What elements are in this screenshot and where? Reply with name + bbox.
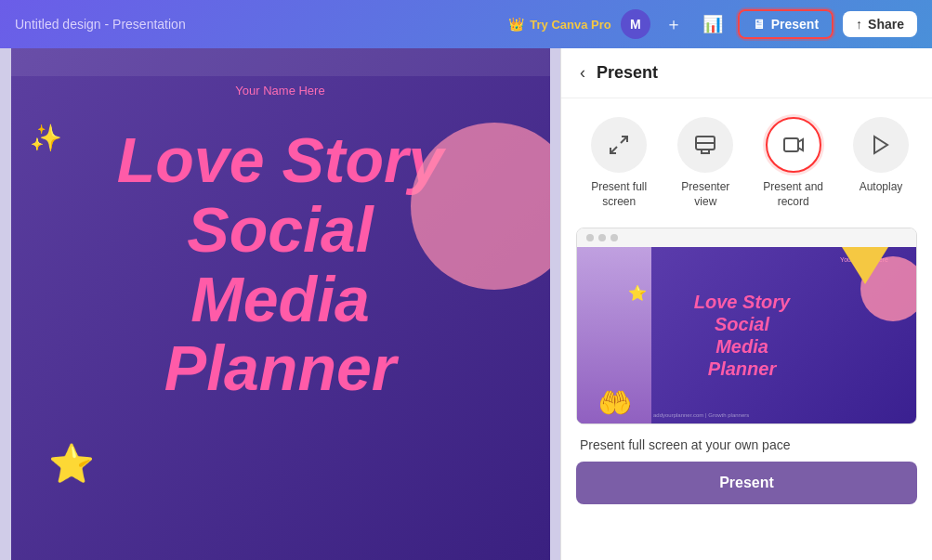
dot-1 bbox=[586, 234, 594, 241]
svg-marker-7 bbox=[874, 137, 887, 153]
dot-2 bbox=[598, 234, 606, 241]
canvas-area: Your Name Here Love Story Social Media P… bbox=[0, 48, 560, 560]
dot-3 bbox=[610, 234, 618, 241]
option-autoplay-label: Autoplay bbox=[860, 180, 903, 195]
panel-back-button[interactable]: ‹ bbox=[580, 63, 585, 83]
main-area: Your Name Here Love Story Social Media P… bbox=[0, 48, 932, 560]
option-record-label: Present and record bbox=[753, 180, 834, 209]
option-autoplay-icon bbox=[853, 117, 909, 173]
option-fullscreen-icon bbox=[591, 117, 647, 173]
panel-title: Present bbox=[597, 63, 658, 83]
header-right: 👑 Try Canva Pro M ＋ 📊 🖥 Present ↑ Share bbox=[508, 7, 917, 41]
crown-icon: 👑 bbox=[508, 17, 524, 32]
present-button[interactable]: 🖥 Present bbox=[738, 9, 834, 39]
thumbnail-star: ⭐ bbox=[628, 284, 647, 302]
present-options: Present full screen Presenter view bbox=[561, 98, 932, 228]
star-decoration-1: ⭐ bbox=[48, 442, 95, 486]
option-full-screen[interactable]: Present full screen bbox=[580, 117, 658, 209]
option-autoplay[interactable]: Autoplay bbox=[848, 117, 913, 209]
share-button[interactable]: ↑ Share bbox=[843, 11, 917, 37]
svg-marker-6 bbox=[798, 139, 803, 150]
option-fullscreen-label: Present full screen bbox=[580, 180, 658, 209]
thumbnail-left-decoration: 🤲 bbox=[577, 247, 651, 423]
slide-title: Love Story Social Media Planner bbox=[98, 125, 462, 403]
slide-thumbnail: 🤲 Your Name Here ⭐ Love StorySocialMedia… bbox=[577, 247, 916, 423]
share-label: Share bbox=[868, 17, 904, 32]
slide-title-line3: Media bbox=[190, 264, 370, 334]
option-presenter-icon bbox=[677, 117, 733, 173]
star-decoration-2: ✨ bbox=[30, 123, 62, 153]
analytics-button[interactable]: 📊 bbox=[697, 8, 729, 40]
slide-title-line1: Love Story bbox=[117, 124, 443, 195]
panel-header: ‹ Present bbox=[561, 48, 932, 98]
header: Untitled design - Presentation 👑 Try Can… bbox=[0, 0, 932, 48]
svg-line-1 bbox=[610, 147, 617, 153]
share-icon: ↑ bbox=[856, 17, 862, 32]
option-presenter-view[interactable]: Presenter view bbox=[673, 117, 738, 209]
avatar[interactable]: M bbox=[621, 9, 650, 39]
present-action-button[interactable]: Present bbox=[576, 462, 917, 504]
slide-your-name: Your Name Here bbox=[235, 84, 324, 98]
try-canva-pro-button[interactable]: 👑 Try Canva Pro bbox=[508, 17, 610, 32]
thumbnail-dots bbox=[577, 228, 916, 247]
slide-title-line4: Planner bbox=[164, 332, 396, 403]
slide-preview: Your Name Here Love Story Social Media P… bbox=[11, 48, 550, 560]
slide-thumbnail-container: 🤲 Your Name Here ⭐ Love StorySocialMedia… bbox=[576, 228, 917, 424]
header-left: Untitled design - Presentation bbox=[15, 17, 186, 32]
present-label: Present bbox=[771, 17, 819, 32]
thumbnail-hand-emoji: 🤲 bbox=[597, 386, 632, 419]
option-record-icon bbox=[766, 117, 821, 173]
slide-top-bar bbox=[11, 48, 550, 76]
present-icon: 🖥 bbox=[753, 17, 766, 32]
thumbnail-yellow-triangle bbox=[842, 247, 888, 284]
svg-rect-5 bbox=[784, 138, 798, 151]
thumbnail-bottom-text: addyourplanner.com | Growth planners bbox=[653, 412, 749, 418]
document-title: Untitled design - Presentation bbox=[15, 17, 186, 32]
add-button[interactable]: ＋ bbox=[660, 7, 688, 41]
option-present-and-record[interactable]: Present and record bbox=[753, 117, 834, 209]
svg-line-0 bbox=[621, 137, 627, 143]
svg-rect-3 bbox=[702, 150, 709, 153]
present-panel: ‹ Present Present full screen bbox=[560, 48, 932, 560]
slide-title-line2: Social bbox=[187, 194, 373, 265]
present-description: Present full screen at your own pace bbox=[561, 424, 932, 462]
option-presenter-label: Presenter view bbox=[673, 180, 738, 209]
try-canva-pro-label: Try Canva Pro bbox=[530, 18, 610, 32]
